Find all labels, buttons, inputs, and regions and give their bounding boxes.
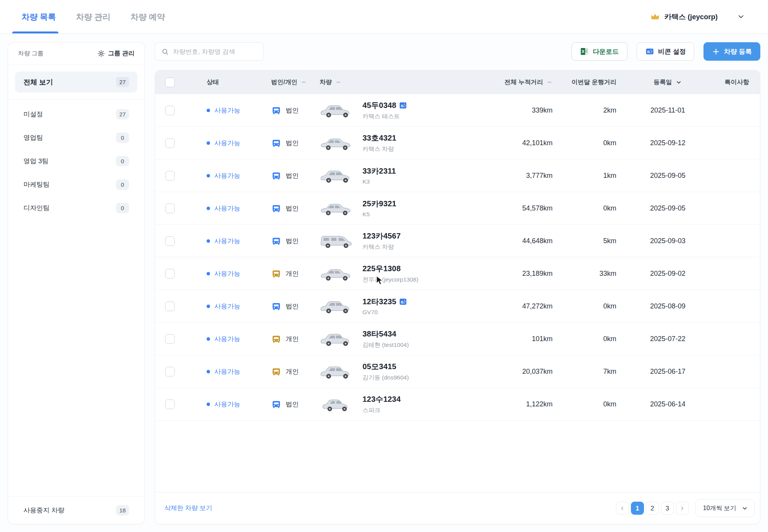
- sidebar-item-all-vehicles[interactable]: 전체 보기 27: [15, 71, 137, 93]
- sidebar-group-item[interactable]: 미설정 27: [15, 103, 137, 126]
- sidebar-group-item[interactable]: 마케팅팀 0: [15, 173, 137, 196]
- row-checkbox[interactable]: [165, 236, 175, 246]
- row-checkbox[interactable]: [165, 138, 175, 148]
- sidebar-item-disabled-vehicles[interactable]: 사용중지 차량 18: [8, 496, 144, 524]
- ownership-label: 개인: [286, 335, 299, 343]
- total-distance: 339km: [495, 94, 556, 126]
- total-distance: 101km: [495, 323, 556, 355]
- row-checkbox[interactable]: [165, 106, 175, 115]
- plate-number: 38타5434: [362, 329, 396, 339]
- page-size-select[interactable]: 10개씩 보기: [695, 499, 755, 517]
- row-checkbox[interactable]: [165, 334, 175, 344]
- page-button-3[interactable]: 3: [661, 502, 674, 515]
- status-cell: 사용가능: [184, 159, 252, 192]
- account-selector[interactable]: 카택스 (jeycorp): [650, 12, 745, 22]
- vehicle-cell: 38타5434 김테현 (test1004): [310, 323, 495, 355]
- column-header[interactable]: 전체 누적거리: [495, 78, 556, 86]
- sidebar-group-item[interactable]: 영업팀 0: [15, 126, 137, 149]
- row-checkbox[interactable]: [165, 269, 175, 278]
- prev-page-button[interactable]: [616, 502, 629, 515]
- register-vehicle-label: 차량 등록: [724, 47, 752, 56]
- column-header[interactable]: 특이사항: [714, 78, 760, 86]
- account-name: 카택스 (jeycorp): [664, 12, 718, 22]
- beacon-icon: B: [645, 47, 654, 56]
- vehicle-photo: [319, 263, 354, 284]
- row-checkbox[interactable]: [165, 367, 175, 376]
- month-distance: 33km: [556, 257, 622, 290]
- note-cell: [714, 127, 760, 159]
- filter-icon[interactable]: [546, 79, 553, 85]
- month-distance: 0km: [556, 323, 622, 355]
- chevron-down-icon: [742, 505, 748, 512]
- register-vehicle-button[interactable]: 차량 등록: [703, 42, 760, 61]
- table-row[interactable]: 사용가능 법인 33호4321 카택스 차량 42,101km 0km 2025…: [155, 127, 760, 159]
- vehicle-subtitle: K5: [362, 211, 396, 218]
- row-checkbox[interactable]: [165, 171, 175, 181]
- row-checkbox[interactable]: [165, 399, 175, 409]
- table-row[interactable]: 사용가능 법인 123카4567 카택스 차량 44,648km 5km 202…: [155, 225, 760, 257]
- car-front-icon: [271, 366, 281, 377]
- vehicle-cell: 45두0348 B 카택스 테스트: [310, 94, 495, 126]
- group-manage-button[interactable]: 그룹 관리: [97, 50, 134, 58]
- nav-tab[interactable]: 차량 관리: [76, 0, 111, 33]
- row-select-cell: [155, 127, 184, 159]
- status-dot: [207, 239, 210, 243]
- download-button[interactable]: X 다운로드: [571, 42, 627, 61]
- beacon-settings-button[interactable]: B 비콘 설정: [637, 42, 695, 61]
- vehicle-search[interactable]: [155, 42, 264, 61]
- table-row[interactable]: 사용가능 법인 33카2311 K3 3,777km 1km 2025-09-0…: [155, 159, 760, 192]
- registered-date: 2025-06-14: [622, 388, 714, 420]
- sort-desc-icon[interactable]: [675, 79, 682, 86]
- vehicle-cell: 25카9321 K5: [310, 192, 495, 224]
- table-row[interactable]: 사용가능 법인 12타3235 B GV70 47,272km 0km 2025…: [155, 290, 760, 323]
- status-cell: 사용가능: [184, 192, 252, 224]
- column-header[interactable]: 법인/개인: [252, 78, 310, 86]
- table-row[interactable]: 사용가능 개인 38타5434 김테현 (test1004) 101km 0km…: [155, 323, 760, 355]
- row-checkbox[interactable]: [165, 204, 175, 213]
- deleted-vehicles-link[interactable]: 삭제한 차량 보기: [164, 504, 212, 512]
- ownership-cell: 개인: [252, 323, 310, 355]
- svg-text:B: B: [401, 300, 404, 304]
- next-page-button[interactable]: [676, 502, 689, 515]
- column-header[interactable]: 상태: [184, 78, 252, 86]
- select-all-checkbox[interactable]: [165, 78, 175, 87]
- column-header[interactable]: 차량: [310, 78, 495, 86]
- chevron-down-icon: [737, 13, 745, 21]
- row-select-cell: [155, 355, 184, 388]
- registered-date: 2025-09-12: [622, 127, 714, 159]
- registered-date: 2025-11-01: [622, 94, 714, 126]
- total-distance: 1,122km: [495, 388, 556, 420]
- nav-tab[interactable]: 차량 목록: [22, 0, 56, 33]
- table-row[interactable]: 사용가능 개인 05모3415 김기동 (dns9604) 20,037km 7…: [155, 355, 760, 388]
- page-button-1[interactable]: 1: [631, 502, 644, 515]
- row-select-cell: [155, 323, 184, 355]
- vehicle-subtitle: 김테현 (test1004): [362, 341, 409, 349]
- car-front-icon: [271, 399, 281, 409]
- column-header-label: 상태: [207, 78, 219, 86]
- sidebar-group-item[interactable]: 영업 3팀 0: [15, 149, 137, 173]
- column-header[interactable]: 등록일: [622, 78, 714, 86]
- column-header[interactable]: 이번달 운행거리: [556, 78, 622, 86]
- filter-icon[interactable]: [301, 79, 307, 85]
- row-checkbox[interactable]: [165, 302, 175, 311]
- table-row[interactable]: 사용가능 법인 25카9321 K5 54,578km 0km 2025-09-…: [155, 192, 760, 225]
- vehicle-table: 상태 법인/개인 차량 전체 누적거리 이번달 운행거리 등록일 특이사항 사용…: [155, 70, 760, 524]
- sidebar-header: 차량 그룹 그룹 관리: [8, 43, 144, 65]
- group-count-badge: 0: [116, 179, 129, 190]
- month-distance: 1km: [556, 159, 622, 192]
- svg-text:X: X: [581, 49, 584, 54]
- table-row[interactable]: 사용가능 법인 123수1234 스파크 1,122km 0km 2025-06…: [155, 388, 760, 421]
- sidebar-group-item[interactable]: 디자인팀 0: [15, 196, 137, 220]
- column-header-label: 특이사항: [725, 78, 749, 86]
- note-cell: [714, 225, 760, 257]
- page-button-2[interactable]: 2: [646, 502, 659, 515]
- nav-tab[interactable]: 차량 예약: [131, 0, 165, 33]
- group-label: 전체 보기: [23, 78, 53, 87]
- ownership-label: 법인: [286, 204, 299, 213]
- filter-icon[interactable]: [335, 79, 341, 85]
- search-input[interactable]: [173, 48, 257, 55]
- table-row[interactable]: 사용가능 법인 45두0348 B 카택스 테스트 339km 2km 2025…: [155, 94, 760, 127]
- table-row[interactable]: 사용가능 개인 225우1308 전우진 (jeycorp1308) 23,18…: [155, 257, 760, 290]
- car-front-icon: [271, 105, 281, 116]
- table-body: 사용가능 법인 45두0348 B 카택스 테스트 339km 2km 2025…: [155, 94, 760, 421]
